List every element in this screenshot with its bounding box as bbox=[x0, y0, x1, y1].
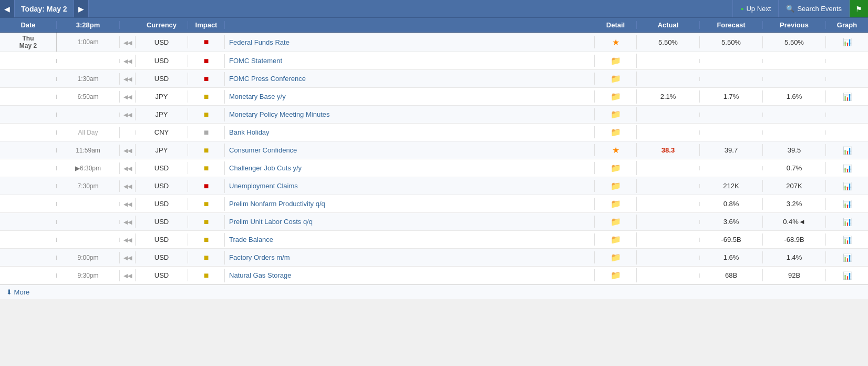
graph-cell[interactable]: 📊 bbox=[826, 216, 868, 228]
previous-cell: 92B bbox=[763, 269, 826, 281]
impact-icon: ■ bbox=[204, 110, 209, 119]
flag-btn[interactable]: ⚑ bbox=[849, 0, 868, 17]
graph-icon[interactable]: 📊 bbox=[843, 93, 852, 101]
time-cell: 9:00pm bbox=[57, 252, 120, 263]
event-name-cell[interactable]: Bank Holiday bbox=[225, 126, 595, 138]
detail-star-icon[interactable]: ★ bbox=[612, 38, 619, 47]
detail-cell[interactable]: 📁 bbox=[595, 54, 637, 68]
speaker-icon: ◀◀ bbox=[123, 39, 132, 46]
date-cell-empty bbox=[0, 166, 57, 170]
impact-icon: ■ bbox=[204, 56, 209, 65]
search-icon: 🔍 bbox=[786, 5, 794, 13]
detail-cell[interactable]: 📁 bbox=[595, 250, 637, 265]
previous-cell bbox=[763, 77, 826, 81]
detail-folder-icon[interactable]: 📁 bbox=[611, 110, 621, 119]
up-next-btn[interactable]: ● Up Next bbox=[732, 0, 778, 17]
detail-folder-icon[interactable]: 📁 bbox=[611, 235, 621, 244]
event-name-cell[interactable]: Prelim Nonfarm Productivity q/q bbox=[225, 198, 595, 210]
date-cell-empty bbox=[0, 256, 57, 260]
currency-cell: USD bbox=[136, 162, 188, 174]
graph-cell[interactable] bbox=[826, 113, 868, 117]
detail-folder-icon[interactable]: 📁 bbox=[611, 56, 621, 65]
speaker-cell-empty bbox=[120, 130, 136, 135]
forecast-cell: 68B bbox=[700, 269, 763, 281]
graph-icon[interactable]: 📊 bbox=[843, 164, 852, 172]
more-bar[interactable]: ⬇ More bbox=[0, 284, 868, 299]
graph-icon[interactable]: 📊 bbox=[843, 271, 852, 280]
search-events-btn[interactable]: 🔍 Search Events bbox=[778, 0, 849, 17]
detail-cell[interactable]: ★ bbox=[595, 143, 637, 157]
event-name-cell[interactable]: FOMC Statement bbox=[225, 55, 595, 67]
actual-cell bbox=[637, 202, 700, 206]
event-name-cell[interactable]: Factory Orders m/m bbox=[225, 251, 595, 263]
graph-cell[interactable] bbox=[826, 77, 868, 81]
graph-icon[interactable]: 📊 bbox=[843, 218, 852, 226]
speaker-cell: ◀◀ bbox=[120, 73, 136, 85]
detail-folder-icon[interactable]: 📁 bbox=[611, 271, 621, 280]
graph-cell[interactable]: 📊 bbox=[826, 269, 868, 282]
event-name-cell[interactable]: Consumer Confidence bbox=[225, 144, 595, 156]
graph-cell[interactable] bbox=[826, 130, 868, 135]
today-label: Today: May 2 bbox=[15, 0, 74, 17]
detail-folder-icon[interactable]: 📁 bbox=[611, 74, 621, 83]
actual-cell bbox=[637, 220, 700, 224]
detail-folder-icon[interactable]: 📁 bbox=[611, 164, 621, 172]
detail-cell[interactable]: ★ bbox=[595, 35, 637, 49]
detail-cell[interactable]: 📁 bbox=[595, 232, 637, 247]
detail-cell[interactable]: 📁 bbox=[595, 197, 637, 211]
graph-icon[interactable]: 📊 bbox=[843, 200, 852, 208]
date-cell-empty bbox=[0, 184, 57, 188]
detail-cell[interactable]: 📁 bbox=[595, 125, 637, 139]
detail-folder-icon[interactable]: 📁 bbox=[611, 181, 621, 190]
detail-cell[interactable]: 📁 bbox=[595, 179, 637, 193]
graph-cell[interactable]: 📊 bbox=[826, 90, 868, 103]
detail-cell[interactable]: 📁 bbox=[595, 268, 637, 282]
graph-cell[interactable]: 📊 bbox=[826, 233, 868, 246]
event-name-cell[interactable]: Prelim Unit Labor Costs q/q bbox=[225, 216, 595, 228]
forecast-cell: 1.7% bbox=[700, 90, 763, 103]
impact-icon: ■ bbox=[204, 253, 209, 262]
graph-icon[interactable]: 📊 bbox=[843, 38, 852, 46]
detail-folder-icon[interactable]: 📁 bbox=[611, 199, 621, 208]
detail-cell[interactable]: 📁 bbox=[595, 161, 637, 175]
graph-cell[interactable] bbox=[826, 59, 868, 63]
event-name-cell[interactable]: Monetary Policy Meeting Minutes bbox=[225, 108, 595, 120]
currency-cell: CNY bbox=[136, 126, 188, 138]
event-name-cell[interactable]: Unemployment Claims bbox=[225, 180, 595, 192]
date-line1: Thu bbox=[3, 35, 53, 42]
speaker-cell: ◀◀ bbox=[120, 36, 136, 48]
event-name-cell[interactable]: Trade Balance bbox=[225, 233, 595, 246]
detail-cell[interactable]: 📁 bbox=[595, 89, 637, 104]
event-name-cell[interactable]: Natural Gas Storage bbox=[225, 269, 595, 281]
table-row: ◀◀ JPY ■ Monetary Policy Meeting Minutes… bbox=[0, 106, 868, 124]
table-row: ◀◀ USD ■ Prelim Nonfarm Productivity q/q… bbox=[0, 195, 868, 213]
event-name-cell[interactable]: Federal Funds Rate bbox=[225, 36, 595, 48]
graph-cell[interactable]: 📊 bbox=[826, 180, 868, 192]
graph-cell[interactable]: 📊 bbox=[826, 36, 868, 48]
detail-folder-gray-icon[interactable]: 📁 bbox=[611, 128, 621, 137]
speaker-icon: ◀◀ bbox=[123, 147, 132, 154]
graph-cell[interactable]: 📊 bbox=[826, 144, 868, 157]
graph-cell[interactable]: 📊 bbox=[826, 251, 868, 264]
graph-icon[interactable]: 📊 bbox=[843, 182, 852, 190]
graph-icon[interactable]: 📊 bbox=[843, 146, 852, 155]
event-name-cell[interactable]: Monetary Base y/y bbox=[225, 90, 595, 103]
detail-folder-icon[interactable]: 📁 bbox=[611, 253, 621, 262]
next-nav-arrow[interactable]: ▶ bbox=[74, 0, 89, 17]
detail-folder-icon[interactable]: 📁 bbox=[611, 92, 621, 101]
detail-star-icon[interactable]: ★ bbox=[612, 146, 619, 155]
graph-icon[interactable]: 📊 bbox=[843, 253, 852, 262]
event-name-cell[interactable]: Challenger Job Cuts y/y bbox=[225, 162, 595, 174]
detail-cell[interactable]: 📁 bbox=[595, 215, 637, 229]
prev-nav-arrow[interactable]: ◀ bbox=[0, 0, 15, 17]
graph-icon[interactable]: 📊 bbox=[843, 236, 852, 244]
detail-cell[interactable]: 📁 bbox=[595, 107, 637, 121]
detail-cell[interactable]: 📁 bbox=[595, 72, 637, 86]
previous-cell: 39.5 bbox=[763, 144, 826, 156]
date-line2: May 2 bbox=[3, 42, 53, 49]
graph-cell[interactable]: 📊 bbox=[826, 198, 868, 210]
date-cell-empty bbox=[0, 113, 57, 117]
event-name-cell[interactable]: FOMC Press Conference bbox=[225, 73, 595, 85]
detail-folder-icon[interactable]: 📁 bbox=[611, 217, 621, 226]
graph-cell[interactable]: 📊 bbox=[826, 162, 868, 175]
